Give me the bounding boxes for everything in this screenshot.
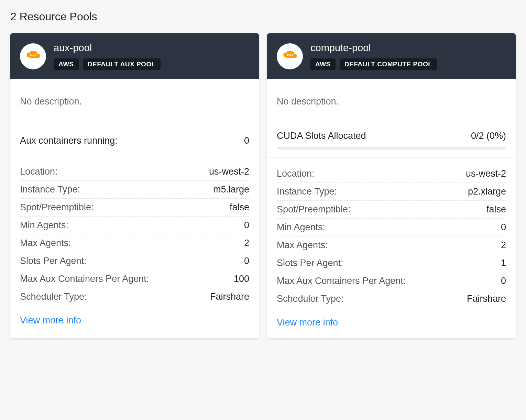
aux-running-block: Aux containers running: 0 [10,121,259,155]
detail-value: 0 [501,222,506,233]
detail-value: m5.large [213,184,249,195]
slots-allocated-block: CUDA Slots Allocated 0/2 (0%) [267,121,516,157]
detail-value: Fairshare [467,294,506,304]
view-more-info-link[interactable]: View more info [277,317,338,328]
detail-value: false [230,202,249,213]
default-pool-badge: DEFAULT AUX POOL [83,58,161,70]
pool-details: Location:us-west-2 Instance Type:p2.xlar… [267,157,516,310]
aux-running-value: 0 [244,135,249,146]
detail-label: Max Aux Containers Per Agent: [277,276,406,286]
detail-label: Spot/Preemptible: [277,204,351,215]
slots-label: CUDA Slots Allocated [277,131,366,141]
detail-value: 2 [501,240,506,251]
detail-value: 1 [501,258,506,268]
detail-value: us-west-2 [209,166,249,177]
detail-label: Max Agents: [20,238,71,248]
slots-progress-bar [277,147,506,150]
detail-value: 0 [244,256,249,266]
detail-value: false [486,204,506,215]
detail-label: Instance Type: [277,186,337,197]
detail-label: Slots Per Agent: [277,258,343,268]
detail-value: 2 [244,238,249,248]
provider-badge: AWS [310,58,336,70]
pool-description: No description. [10,79,259,121]
svg-text:AWS: AWS [286,54,293,57]
pool-name: aux-pool [54,42,161,54]
card-header: AWS aux-pool AWS DEFAULT AUX POOL [10,33,259,79]
aws-icon: AWS [20,43,46,69]
detail-value: 0 [501,276,506,286]
detail-value: p2.xlarge [468,186,506,197]
detail-label: Max Aux Containers Per Agent: [20,274,149,284]
aws-icon: AWS [277,43,303,69]
detail-value: 100 [234,274,249,284]
pool-description: No description. [267,79,516,121]
detail-label: Location: [277,168,315,179]
detail-label: Scheduler Type: [277,294,344,304]
card-header: AWS compute-pool AWS DEFAULT COMPUTE POO… [267,33,516,79]
detail-label: Instance Type: [20,184,80,195]
detail-label: Scheduler Type: [20,291,87,302]
resource-pool-card: AWS aux-pool AWS DEFAULT AUX POOL No des… [10,33,259,338]
detail-label: Spot/Preemptible: [20,202,94,213]
detail-label: Min Agents: [20,220,68,231]
detail-value: us-west-2 [466,168,506,179]
default-pool-badge: DEFAULT COMPUTE POOL [340,58,437,70]
pool-details: Location:us-west-2 Instance Type:m5.larg… [10,155,259,308]
detail-label: Location: [20,166,58,177]
resource-pool-card: AWS compute-pool AWS DEFAULT COMPUTE POO… [267,33,516,338]
pool-name: compute-pool [310,42,437,54]
detail-value: 0 [244,220,249,231]
resource-pool-cards: AWS aux-pool AWS DEFAULT AUX POOL No des… [10,33,516,338]
slots-value: 0/2 (0%) [471,131,506,141]
aux-running-label: Aux containers running: [20,135,118,146]
view-more-info-link[interactable]: View more info [20,315,81,325]
detail-value: Fairshare [210,291,249,302]
provider-badge: AWS [54,58,79,70]
svg-text:AWS: AWS [30,54,36,57]
detail-label: Slots Per Agent: [20,256,87,266]
page-title: 2 Resource Pools [10,10,516,23]
detail-label: Min Agents: [277,222,325,233]
detail-label: Max Agents: [277,240,328,251]
